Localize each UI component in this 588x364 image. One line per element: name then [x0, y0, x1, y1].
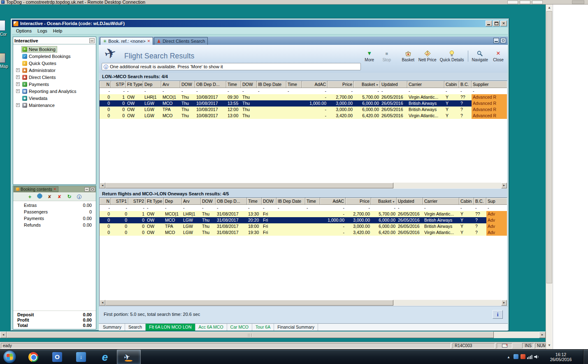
- rdp-vertical-scrollbar[interactable]: ▲ ▼: [546, 5, 552, 349]
- column-header-time[interactable]: Time: [305, 198, 320, 205]
- table-row[interactable]: -------------------: [100, 88, 507, 94]
- booking-item-passengers[interactable]: Passengers0: [13, 209, 96, 215]
- bottom-tab-summary[interactable]: Summary: [100, 324, 125, 331]
- column-header-price[interactable]: Price: [328, 81, 354, 88]
- column-header-flt-type[interactable]: Flt Type: [126, 81, 143, 88]
- taskbar-app-blue-icon[interactable]: ↓: [69, 350, 93, 364]
- column-header-arv[interactable]: Arv: [161, 81, 180, 88]
- menu-options[interactable]: Options: [13, 28, 35, 33]
- bottom-tab-acc-6a-mco[interactable]: Acc 6A MCO: [195, 324, 227, 331]
- scroll-down-icon[interactable]: ▼: [546, 342, 553, 349]
- column-header-basket[interactable]: Basket▼: [371, 198, 397, 205]
- booking-contents-tab[interactable]: Booking contents ✕: [14, 186, 58, 192]
- column-header-carrier[interactable]: Carrier: [407, 81, 444, 88]
- table-row[interactable]: 01OWLHR|1MCO|1Thu10/08/201709:30Thu-2,70…: [100, 94, 507, 100]
- rdp-minimize-button[interactable]: [507, 0, 518, 4]
- expand-toggle-icon[interactable]: +: [16, 103, 20, 107]
- scrollbar-thumb[interactable]: [105, 300, 393, 306]
- sidebar-item-new-booking[interactable]: ✳New Booking: [13, 46, 96, 53]
- sidebar-item-quick-quotes[interactable]: £Quick Quotes: [13, 60, 96, 67]
- column-header-carrier[interactable]: Carrier: [423, 198, 459, 205]
- column-header-ob-dep-d[interactable]: OB Dep D...: [216, 198, 247, 205]
- world-icon[interactable]: [37, 193, 43, 200]
- table-row[interactable]: 00OWLGWMCOThu10/08/201713:55Thu1,000.003…: [100, 100, 507, 107]
- scroll-up-icon[interactable]: ▲: [546, 5, 553, 11]
- taskbar-topdog-icon[interactable]: ✈: [117, 350, 141, 364]
- column-header-supplier[interactable]: Supplier: [472, 81, 507, 88]
- booking-item-extras[interactable]: Extras0.00: [13, 202, 96, 209]
- table-row[interactable]: 000OWTPALGWThu31/08/201718:00Fri-3,000.0…: [100, 223, 507, 230]
- minimize-button[interactable]: [486, 21, 492, 26]
- column-header-price[interactable]: Price: [346, 198, 371, 205]
- clock[interactable]: 16:12 26/05/2016: [540, 352, 581, 362]
- bottom-tab-financial-summary[interactable]: Financial Summary: [274, 324, 318, 331]
- delete-icon[interactable]: ✘: [56, 194, 63, 200]
- pane-minimize-button[interactable]: [493, 38, 499, 43]
- column-header-time[interactable]: Time: [286, 81, 302, 88]
- more-button[interactable]: ▼More: [361, 50, 378, 63]
- column-header-updated[interactable]: Updated: [380, 81, 407, 88]
- column-header-sup[interactable]: Sup: [486, 198, 507, 205]
- show-desktop-button[interactable]: [583, 350, 588, 364]
- stop-button[interactable]: ■Stop: [378, 50, 395, 63]
- column-header-flt-type[interactable]: Flt Type: [146, 198, 164, 205]
- column-header-n[interactable]: N: [100, 198, 111, 205]
- desktop-shortcut-label[interactable]: Map: [0, 64, 8, 69]
- scroll-right-icon[interactable]: ▸: [501, 300, 507, 306]
- column-header-time[interactable]: Time: [226, 81, 241, 88]
- expand-toggle-icon[interactable]: +: [16, 82, 20, 86]
- column-header-cabin[interactable]: Cabin: [444, 81, 459, 88]
- column-header-adac[interactable]: AdAC: [320, 198, 346, 205]
- taskbar-outlook-icon[interactable]: O: [45, 350, 69, 364]
- scroll-left-icon[interactable]: ◂: [100, 183, 105, 188]
- column-header-stp2[interactable]: STP2: [128, 198, 146, 205]
- pane-restore-button[interactable]: [500, 38, 506, 43]
- table-row[interactable]: --------------------: [100, 205, 507, 211]
- scrollbar-thumb[interactable]: [7, 332, 494, 338]
- start-button[interactable]: [3, 350, 16, 363]
- column-header-dow[interactable]: DOW: [201, 198, 216, 205]
- scrollbar-thumb[interactable]: [105, 183, 393, 188]
- column-header-time[interactable]: Time: [247, 198, 262, 205]
- column-header-basket[interactable]: Basket▼: [354, 81, 380, 88]
- column-header-stp1[interactable]: STP1: [111, 198, 128, 205]
- remove-icon[interactable]: ✘: [46, 194, 53, 200]
- maximize-button[interactable]: [493, 21, 500, 26]
- column-header-dow[interactable]: DOW: [241, 81, 257, 88]
- tab-close-icon[interactable]: ✕: [147, 39, 151, 43]
- sidebar-item-reporting-and-analytics[interactable]: +▦Reporting and Analytics: [13, 88, 96, 95]
- sidebar-item-completed-bookings[interactable]: ✓Completed Bookings: [13, 53, 96, 60]
- tray-app-icon[interactable]: [512, 354, 519, 360]
- desktop-shortcut-icon[interactable]: [0, 53, 5, 63]
- hidden-icons-chevron[interactable]: ▲: [505, 355, 512, 359]
- alert-tray-icon[interactable]: [519, 354, 526, 360]
- scroll-right-icon[interactable]: ▸: [501, 183, 507, 188]
- close-button[interactable]: ✕: [500, 21, 507, 26]
- add-icon[interactable]: +: [27, 194, 33, 200]
- sidebar-item-direct-clients[interactable]: +♟Direct Clients: [13, 74, 96, 81]
- sidebar-item-administrator[interactable]: +♟Administrator: [13, 67, 96, 74]
- nett-price-button[interactable]: Nett Price: [417, 50, 438, 63]
- booking-panel-restore-button[interactable]: [90, 187, 95, 192]
- scroll-left-icon[interactable]: ◂: [0, 332, 7, 338]
- quick-details-button[interactable]: Quick Details: [438, 50, 466, 63]
- info-icon[interactable]: i: [76, 194, 82, 200]
- column-header-updated[interactable]: Updated: [397, 198, 423, 205]
- expand-toggle-icon[interactable]: +: [16, 75, 20, 79]
- table-row[interactable]: 000OWMCOLGWThu31/08/201719:30Fri-3,420.0…: [100, 230, 507, 236]
- column-header-n[interactable]: N: [100, 81, 111, 88]
- bottom-tab-search[interactable]: Search: [125, 324, 146, 331]
- column-header-dep[interactable]: Dep: [143, 81, 161, 88]
- tab-direct-clients-search[interactable]: ♟Direct Clients Search: [154, 37, 208, 45]
- column-header-b-c[interactable]: B.C.: [474, 198, 486, 205]
- table-row[interactable]: 00OWLGWTPAThu10/08/201712:00Thu-3,000.00…: [100, 107, 507, 113]
- basket-button[interactable]: Basket: [400, 50, 417, 63]
- bottom-tab-tour-6a[interactable]: Tour 6A: [252, 324, 274, 331]
- volume-icon[interactable]: [533, 355, 540, 360]
- mdi-horizontal-scrollbar[interactable]: ◂ ▸: [0, 332, 546, 338]
- table-horizontal-scrollbar[interactable]: ◂ ▸: [100, 183, 507, 188]
- expand-toggle-icon[interactable]: +: [16, 68, 20, 72]
- booking-item-payments[interactable]: Payments0.00: [13, 215, 96, 222]
- table-row[interactable]: 00OWLGWMCOThu10/08/201713:00Thu-3,420.00…: [100, 113, 507, 119]
- taskbar-ie-icon[interactable]: e: [93, 350, 117, 364]
